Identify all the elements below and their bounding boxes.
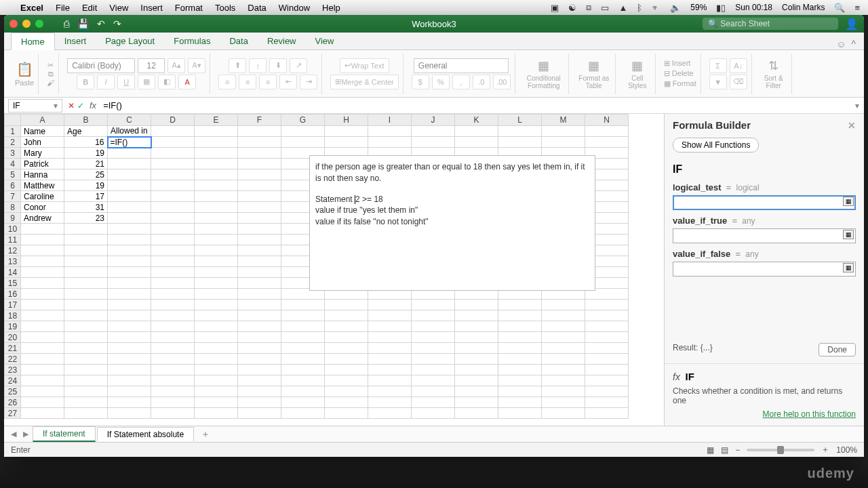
cell-A14[interactable]	[21, 267, 64, 278]
row-header-18[interactable]: 18	[5, 310, 21, 321]
cell-G25[interactable]	[281, 386, 325, 397]
cell-H18[interactable]	[325, 310, 368, 321]
cell-E12[interactable]	[195, 245, 238, 256]
row-header-12[interactable]: 12	[5, 245, 21, 256]
cell-G17[interactable]	[281, 300, 325, 310]
cell-D15[interactable]	[151, 278, 195, 289]
row-header-3[interactable]: 3	[5, 148, 21, 159]
formula-input[interactable]	[99, 99, 850, 113]
cell-A23[interactable]	[21, 365, 64, 375]
cell-A9[interactable]: Andrew	[21, 213, 64, 224]
cell-K22[interactable]	[455, 354, 498, 365]
cell-I20[interactable]	[368, 332, 412, 343]
cell-E1[interactable]	[195, 126, 238, 137]
align-left-button[interactable]: ≡	[218, 75, 236, 89]
cell-F21[interactable]	[238, 343, 281, 354]
cell-D4[interactable]	[151, 159, 195, 169]
indent-inc-button[interactable]: ⇥	[300, 75, 317, 89]
row-header-7[interactable]: 7	[5, 191, 21, 202]
row-header-15[interactable]: 15	[5, 278, 21, 289]
align-right-button[interactable]: ≡	[259, 75, 277, 89]
cell-L19[interactable]	[498, 321, 542, 332]
cell-G1[interactable]	[281, 126, 325, 137]
cell-G24[interactable]	[281, 375, 325, 386]
col-header-I[interactable]: I	[368, 115, 412, 126]
confirm-edit-button[interactable]: ✓	[77, 101, 84, 110]
col-header-M[interactable]: M	[542, 115, 585, 126]
cell-B3[interactable]: 19	[64, 148, 108, 159]
cell-B8[interactable]: 31	[64, 202, 108, 213]
wifi-icon[interactable]: ᯤ	[652, 3, 660, 13]
paste-icon[interactable]: 📋	[16, 61, 33, 77]
cell-A25[interactable]	[21, 386, 64, 397]
cell-F4[interactable]	[238, 159, 281, 169]
cell-A16[interactable]	[21, 289, 64, 300]
quick-save2-icon[interactable]: 💾	[77, 18, 89, 29]
cell-C19[interactable]	[108, 321, 151, 332]
cell-J20[interactable]	[412, 332, 455, 343]
cells-format-button[interactable]: ▦ Format	[664, 79, 696, 88]
cell-F3[interactable]	[238, 148, 281, 159]
cell-C18[interactable]	[108, 310, 151, 321]
cell-A6[interactable]: Matthew	[21, 180, 64, 191]
arg-input-value_if_false[interactable]	[673, 262, 856, 277]
cell-C1[interactable]: Allowed in	[108, 126, 151, 137]
cell-D9[interactable]	[151, 213, 195, 224]
cell-B11[interactable]	[64, 235, 108, 245]
cell-N18[interactable]	[585, 310, 629, 321]
cell-J24[interactable]	[412, 375, 455, 386]
cell-J26[interactable]	[412, 397, 455, 408]
cell-I1[interactable]	[368, 126, 412, 137]
cell-C15[interactable]	[108, 278, 151, 289]
cell-B25[interactable]	[64, 386, 108, 397]
zoom-in-button[interactable]: ＋	[821, 444, 829, 455]
autosum-button[interactable]: Σ	[709, 58, 727, 73]
number-format-select[interactable]	[414, 58, 509, 73]
col-header-D[interactable]: D	[151, 115, 195, 126]
col-header-L[interactable]: L	[498, 115, 542, 126]
cell-F15[interactable]	[238, 278, 281, 289]
cell-G21[interactable]	[281, 343, 325, 354]
fill-button[interactable]: ▼	[709, 75, 727, 89]
cell-G2[interactable]	[281, 137, 325, 148]
cell-L22[interactable]	[498, 354, 542, 365]
cell-L1[interactable]	[498, 126, 542, 137]
cell-D20[interactable]	[151, 332, 195, 343]
bluetooth-icon[interactable]: ᛒ	[637, 3, 642, 13]
cell-I21[interactable]	[368, 343, 412, 354]
arg-input-value_if_true[interactable]	[673, 228, 856, 243]
menu-window[interactable]: Window	[279, 3, 310, 13]
cell-D6[interactable]	[151, 180, 195, 191]
cell-H26[interactable]	[325, 397, 368, 408]
cell-C9[interactable]	[108, 213, 151, 224]
airplay-icon[interactable]: ▲	[618, 3, 627, 13]
font-size-select[interactable]	[138, 58, 165, 73]
cell-F13[interactable]	[238, 256, 281, 267]
row-header-17[interactable]: 17	[5, 300, 21, 310]
cell-H22[interactable]	[325, 354, 368, 365]
cell-J1[interactable]	[412, 126, 455, 137]
cell-L17[interactable]	[498, 300, 542, 310]
menu-data[interactable]: Data	[248, 3, 266, 13]
cell-F14[interactable]	[238, 267, 281, 278]
cell-C11[interactable]	[108, 235, 151, 245]
cell-F8[interactable]	[238, 202, 281, 213]
cell-C4[interactable]	[108, 159, 151, 169]
cell-C3[interactable]	[108, 148, 151, 159]
row-header-24[interactable]: 24	[5, 375, 21, 386]
wrap-text-button[interactable]: ↩ Wrap Text	[340, 58, 389, 73]
cell-J18[interactable]	[412, 310, 455, 321]
cell-C5[interactable]	[108, 169, 151, 180]
row-header-20[interactable]: 20	[5, 332, 21, 343]
cell-N1[interactable]	[585, 126, 629, 137]
cell-A21[interactable]	[21, 343, 64, 354]
cell-D18[interactable]	[151, 310, 195, 321]
cell-I23[interactable]	[368, 365, 412, 375]
row-header-25[interactable]: 25	[5, 386, 21, 397]
cell-F17[interactable]	[238, 300, 281, 310]
menu-insert[interactable]: Insert	[140, 3, 163, 13]
window-close-button[interactable]	[9, 20, 18, 28]
zoom-out-button[interactable]: −	[735, 445, 740, 455]
cell-K18[interactable]	[455, 310, 498, 321]
bold-button[interactable]: B	[77, 75, 94, 89]
